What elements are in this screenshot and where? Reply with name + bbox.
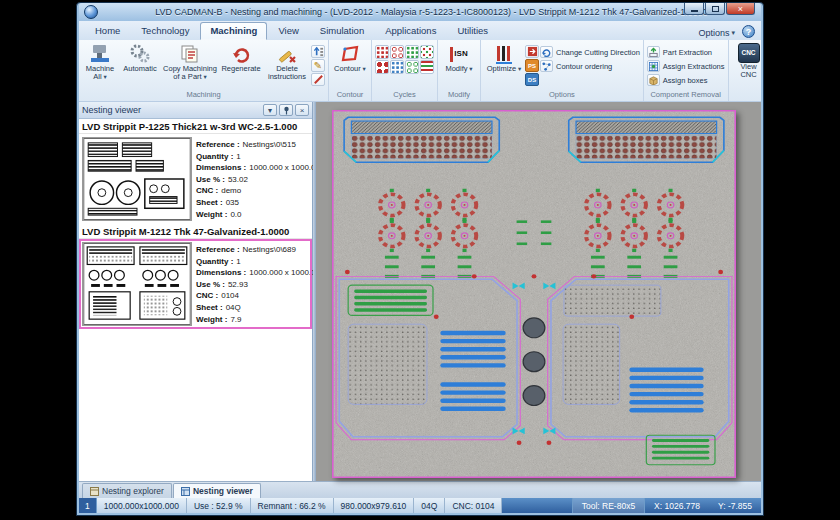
automatic-button[interactable]: Automatic xyxy=(119,42,161,74)
tab-nesting-viewer[interactable]: Nesting viewer xyxy=(173,483,261,498)
cycle-pattern-red-icon[interactable] xyxy=(375,45,389,59)
contour-ordering-label: Contour ordering xyxy=(556,62,612,71)
field-value: 0.0 xyxy=(230,209,241,221)
pin-icon[interactable] xyxy=(279,104,293,116)
explorer-icon xyxy=(90,487,99,496)
assign-extractions-icon xyxy=(647,60,660,72)
change-cutting-direction-button[interactable]: Change Cutting Direction xyxy=(540,46,640,58)
regenerate-button[interactable]: Regenerate xyxy=(219,42,263,74)
status-x-coordinate: X: 1026.778 xyxy=(645,498,709,513)
tab-technology[interactable]: Technology xyxy=(131,22,199,40)
nesting-entry-2[interactable]: LVD Strippit M-1212 Thk 47-Galvanized-1.… xyxy=(79,224,312,329)
ribbon-group-view: CNC View CNC SYS View xyxy=(729,40,762,101)
change-cutting-direction-label: Change Cutting Direction xyxy=(556,48,640,57)
nesting-entry-2-title: LVD Strippit M-1212 Thk 47-Galvanized-1.… xyxy=(79,224,312,239)
cycle-pattern-bigdot-icon[interactable] xyxy=(375,60,389,74)
view-cnc-button[interactable]: CNC View CNC xyxy=(732,42,762,81)
modify-button[interactable]: ISN Modify xyxy=(441,42,477,74)
document-tab-bar: Nesting explorer Nesting viewer xyxy=(79,481,761,498)
app-logo-icon[interactable] xyxy=(84,5,98,19)
optimize-button[interactable]: Optimize xyxy=(484,42,524,74)
contour-ordering-button[interactable]: Contour ordering xyxy=(540,60,640,72)
tab-nesting-explorer-label: Nesting explorer xyxy=(102,486,164,496)
cycle-pattern-rings-icon[interactable] xyxy=(390,45,404,59)
tab-simulation[interactable]: Simulation xyxy=(310,22,374,40)
field-label: Reference : xyxy=(196,244,240,256)
viewer-icon xyxy=(181,487,190,496)
part-extraction-icon xyxy=(647,46,660,58)
contour-button[interactable]: Contour xyxy=(332,42,368,74)
nesting-entry-1-thumbnail[interactable] xyxy=(82,137,192,221)
field-label: Quantity : xyxy=(196,256,233,268)
window-buttons: × xyxy=(683,3,755,15)
cycle-pattern-blue-icon[interactable] xyxy=(390,60,404,74)
field-label: Dimensions : xyxy=(196,162,246,174)
status-remnant: Remnant : 66.2 % xyxy=(251,498,334,513)
panel-menu-icon[interactable]: ▾ xyxy=(263,104,277,116)
field-value: 1000.000 x 1000.0 xyxy=(249,162,315,174)
sequence-up-icon[interactable] xyxy=(311,45,325,58)
cycle-pattern-green-rings-icon[interactable] xyxy=(405,60,419,74)
red-arrow-icon[interactable] xyxy=(525,45,539,58)
automatic-label: Automatic xyxy=(123,65,156,73)
titlebar[interactable]: LVD CADMAN-B - Nesting and machining - (… xyxy=(79,3,761,21)
ds-icon[interactable]: DS xyxy=(525,73,539,86)
panel-close-icon[interactable]: × xyxy=(295,104,309,116)
status-sheet-code: 04Q xyxy=(414,498,445,513)
nesting-sheet[interactable] xyxy=(332,110,736,478)
app-window: LVD CADMAN-B - Nesting and machining - (… xyxy=(76,2,764,516)
machine-all-button[interactable]: Machine All xyxy=(82,42,118,83)
isn-icon: ISN xyxy=(450,43,467,65)
field-value: 53.02 xyxy=(228,174,248,186)
panel-title: Nesting viewer xyxy=(82,105,261,115)
pencil-glyph: ✎ xyxy=(314,61,322,71)
nesting-entry-1-title: LVD Strippit P-1225 Thick21 w-3rd WC-2.5… xyxy=(79,119,312,134)
group-label-component-removal: Component Removal xyxy=(645,90,727,101)
field-label: Use % : xyxy=(196,279,225,291)
ribbon-group-cycles: Cycles xyxy=(372,40,438,101)
tab-nesting-viewer-label: Nesting viewer xyxy=(193,486,253,496)
field-label: Dimensions : xyxy=(196,267,246,279)
pencil-delete-icon xyxy=(275,43,299,65)
close-button[interactable]: × xyxy=(726,3,755,15)
nesting-entry-1[interactable]: LVD Strippit P-1225 Thick21 w-3rd WC-2.5… xyxy=(79,119,312,224)
group-label-cycles: Cycles xyxy=(373,90,436,101)
field-label: Weight : xyxy=(196,314,227,326)
nesting-entry-2-thumbnail[interactable] xyxy=(82,242,192,326)
tab-home[interactable]: Home xyxy=(85,22,130,40)
part-extraction-button[interactable]: Part Extraction xyxy=(647,46,725,58)
field-label: CNC : xyxy=(196,185,218,197)
help-button[interactable]: ? xyxy=(742,25,755,38)
assign-extractions-button[interactable]: Assign Extractions xyxy=(647,60,725,72)
copy-machining-button[interactable]: Copy Machining of a Part xyxy=(162,42,218,83)
status-left-cells: 1000.000x1000.000 Use : 52.9 % Remnant :… xyxy=(97,498,503,513)
field-value: 035 xyxy=(226,197,239,209)
ribbon-tab-row: Home Technology Machining View Simulatio… xyxy=(79,21,761,40)
tab-utilities[interactable]: Utilities xyxy=(447,22,498,40)
options-menu[interactable]: Options ▾ xyxy=(694,28,739,40)
tab-machining[interactable]: Machining xyxy=(200,22,267,40)
tab-nesting-explorer[interactable]: Nesting explorer xyxy=(82,483,172,498)
cycle-pattern-green-icon[interactable] xyxy=(405,45,419,59)
delete-instructions-button[interactable]: Delete instructions xyxy=(264,42,310,83)
circular-arrows-icon xyxy=(540,46,553,58)
assign-boxes-button[interactable]: Assign boxes xyxy=(647,74,725,86)
contour-icon xyxy=(338,43,362,65)
pencil-icon[interactable]: ✎ xyxy=(311,59,325,72)
dropdown-icon: ▾ xyxy=(731,29,735,37)
copy-machining-label: Copy Machining of a Part xyxy=(163,65,217,82)
tab-applications[interactable]: Applications xyxy=(375,22,446,40)
nesting-viewer-panel: Nesting viewer ▾ × LVD Strippit P-1225 T… xyxy=(79,102,313,481)
isn-red-bar xyxy=(450,47,453,62)
minimize-button[interactable] xyxy=(684,3,704,15)
window-title: LVD CADMAN-B - Nesting and machining - (… xyxy=(102,7,761,17)
maximize-button[interactable] xyxy=(705,3,725,15)
cycle-pattern-mix-icon[interactable] xyxy=(420,45,434,59)
cnc-icon: CNC xyxy=(738,43,760,63)
field-value: 1 xyxy=(236,256,240,268)
tab-view[interactable]: View xyxy=(268,22,308,40)
ps-icon[interactable]: PS xyxy=(525,59,539,72)
drawing-canvas[interactable] xyxy=(316,102,761,481)
red-slash-icon[interactable] xyxy=(311,73,325,86)
cycle-pattern-rows-icon[interactable] xyxy=(420,60,434,74)
